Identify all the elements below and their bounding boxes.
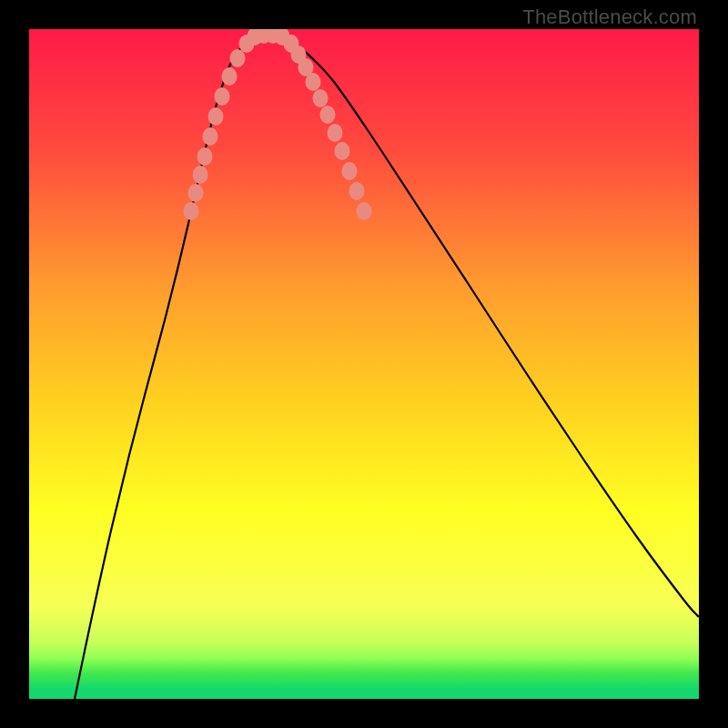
dot <box>222 67 238 86</box>
gradient-background <box>29 29 699 699</box>
plot-area <box>29 29 699 699</box>
dot <box>203 127 218 146</box>
watermark-text: TheBottleneck.com <box>522 5 697 29</box>
dot <box>306 73 321 91</box>
dot <box>342 162 358 180</box>
dot <box>208 107 224 126</box>
dot <box>184 202 199 220</box>
dot <box>188 184 204 202</box>
dot <box>320 106 336 124</box>
outer-frame: TheBottleneck.com <box>0 0 728 728</box>
dot <box>215 87 230 106</box>
dot <box>197 147 213 166</box>
dot <box>328 124 343 142</box>
dot <box>349 182 365 200</box>
dot <box>230 49 246 67</box>
dot <box>335 142 350 160</box>
dot <box>357 202 372 220</box>
dot <box>313 89 329 107</box>
chart-svg <box>29 29 699 699</box>
dot <box>193 166 208 184</box>
